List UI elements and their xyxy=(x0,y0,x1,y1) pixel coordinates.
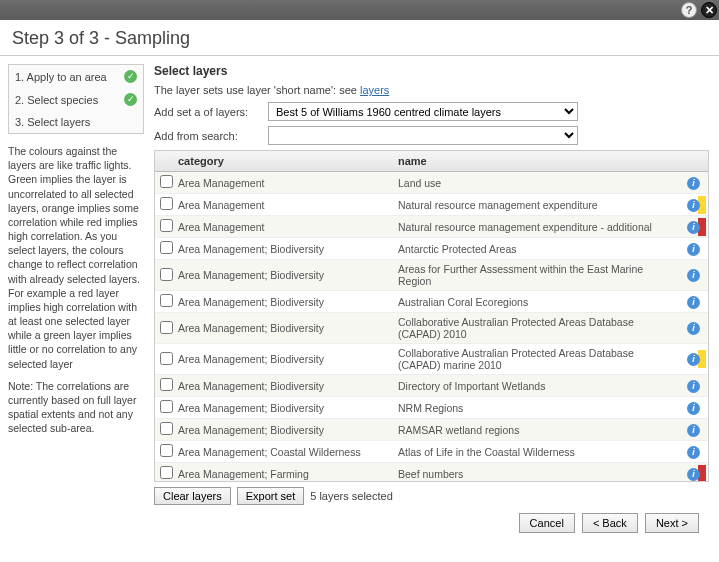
info-icon[interactable]: i xyxy=(687,269,700,282)
intro-line: The layer sets use layer 'short name': s… xyxy=(154,84,709,96)
table-row[interactable]: Area ManagementNatural resource manageme… xyxy=(155,216,708,238)
col-name[interactable]: name xyxy=(393,151,682,172)
step-item-3[interactable]: 3. Select layers xyxy=(9,111,143,133)
selected-count-text: 5 layers selected xyxy=(310,490,393,502)
cell-name: Beef numbers xyxy=(393,463,682,483)
cell-category: Area Management; Biodiversity xyxy=(173,291,393,313)
help-icon[interactable]: ? xyxy=(681,2,697,18)
cell-info: i xyxy=(682,463,698,483)
cell-info: i xyxy=(682,291,698,313)
info-icon[interactable]: i xyxy=(687,468,700,481)
cell-checkbox xyxy=(155,216,173,238)
info-icon[interactable]: i xyxy=(687,243,700,256)
cell-checkbox xyxy=(155,419,173,441)
layer-table-body: Area ManagementLand useiArea ManagementN… xyxy=(155,172,708,483)
info-icon[interactable]: i xyxy=(687,199,700,212)
cell-name: Australian Coral Ecoregions xyxy=(393,291,682,313)
row-checkbox[interactable] xyxy=(160,241,173,254)
close-icon[interactable]: ✕ xyxy=(701,2,717,18)
table-row[interactable]: Area Management; FarmingBeef numbersi xyxy=(155,463,708,483)
cell-category: Area Management xyxy=(173,172,393,194)
cell-category: Area Management; Biodiversity xyxy=(173,313,393,344)
cell-category: Area Management; Biodiversity xyxy=(173,238,393,260)
cell-name: Natural resource management expenditure xyxy=(393,194,682,216)
cell-info: i xyxy=(682,397,698,419)
table-row[interactable]: Area Management; BiodiversityCollaborati… xyxy=(155,344,708,375)
row-checkbox[interactable] xyxy=(160,175,173,188)
table-row[interactable]: Area Management; BiodiversityAreas for F… xyxy=(155,260,708,291)
row-checkbox[interactable] xyxy=(160,400,173,413)
table-row[interactable]: Area Management; BiodiversityNRM Regions… xyxy=(155,397,708,419)
table-row[interactable]: Area Management; BiodiversityRAMSAR wetl… xyxy=(155,419,708,441)
check-icon: ✓ xyxy=(124,93,137,106)
layers-link[interactable]: layers xyxy=(360,84,389,96)
cell-checkbox xyxy=(155,463,173,483)
cell-checkbox xyxy=(155,172,173,194)
next-button[interactable]: Next > xyxy=(645,513,699,533)
row-checkbox[interactable] xyxy=(160,197,173,210)
layer-table: category name Area ManagementLand useiAr… xyxy=(155,151,708,482)
layer-set-label: Add set a of layers: xyxy=(154,106,264,118)
check-icon: ✓ xyxy=(124,70,137,83)
cell-name: Natural resource management expenditure … xyxy=(393,216,682,238)
table-row[interactable]: Area ManagementNatural resource manageme… xyxy=(155,194,708,216)
row-checkbox[interactable] xyxy=(160,352,173,365)
table-row[interactable]: Area Management; Coastal WildernessAtlas… xyxy=(155,441,708,463)
info-icon[interactable]: i xyxy=(687,446,700,459)
cell-category: Area Management; Farming xyxy=(173,463,393,483)
col-checkbox xyxy=(155,151,173,172)
step-item-2[interactable]: 2. Select species✓ xyxy=(9,88,143,111)
cell-info: i xyxy=(682,375,698,397)
table-row[interactable]: Area Management; BiodiversityAustralian … xyxy=(155,291,708,313)
table-row[interactable]: Area ManagementLand usei xyxy=(155,172,708,194)
cell-checkbox xyxy=(155,194,173,216)
table-row[interactable]: Area Management; BiodiversityAntarctic P… xyxy=(155,238,708,260)
search-label: Add from search: xyxy=(154,130,264,142)
info-icon[interactable]: i xyxy=(687,177,700,190)
back-button[interactable]: < Back xyxy=(582,513,638,533)
row-checkbox[interactable] xyxy=(160,378,173,391)
cell-checkbox xyxy=(155,260,173,291)
row-checkbox[interactable] xyxy=(160,444,173,457)
cell-info: i xyxy=(682,344,698,375)
cell-name: Directory of Important Wetlands xyxy=(393,375,682,397)
cell-name: Land use xyxy=(393,172,682,194)
row-checkbox[interactable] xyxy=(160,268,173,281)
cell-category: Area Management; Biodiversity xyxy=(173,375,393,397)
row-checkbox[interactable] xyxy=(160,466,173,479)
cancel-button[interactable]: Cancel xyxy=(519,513,575,533)
col-correlation xyxy=(698,151,708,172)
info-icon[interactable]: i xyxy=(687,380,700,393)
step-item-1[interactable]: 1. Apply to an area✓ xyxy=(9,65,143,88)
col-info xyxy=(682,151,698,172)
export-set-button[interactable]: Export set xyxy=(237,487,305,505)
cell-info: i xyxy=(682,441,698,463)
cell-checkbox xyxy=(155,441,173,463)
cell-checkbox xyxy=(155,375,173,397)
cell-checkbox xyxy=(155,397,173,419)
cell-category: Area Management xyxy=(173,216,393,238)
cell-checkbox xyxy=(155,344,173,375)
row-checkbox[interactable] xyxy=(160,422,173,435)
help-paragraph-1: The colours against the layers are like … xyxy=(8,144,144,371)
col-category[interactable]: category xyxy=(173,151,393,172)
info-icon[interactable]: i xyxy=(687,353,700,366)
step-label: 3. Select layers xyxy=(15,116,90,128)
cell-info: i xyxy=(682,419,698,441)
cell-name: RAMSAR wetland regions xyxy=(393,419,682,441)
info-icon[interactable]: i xyxy=(687,402,700,415)
table-row[interactable]: Area Management; BiodiversityCollaborati… xyxy=(155,313,708,344)
row-checkbox[interactable] xyxy=(160,294,173,307)
cell-checkbox xyxy=(155,291,173,313)
layer-set-select[interactable]: Best 5 of Williams 1960 centred climate … xyxy=(268,102,578,121)
row-checkbox[interactable] xyxy=(160,219,173,232)
layer-table-wrap[interactable]: category name Area ManagementLand useiAr… xyxy=(154,150,709,482)
info-icon[interactable]: i xyxy=(687,424,700,437)
info-icon[interactable]: i xyxy=(687,322,700,335)
clear-layers-button[interactable]: Clear layers xyxy=(154,487,231,505)
info-icon[interactable]: i xyxy=(687,221,700,234)
info-icon[interactable]: i xyxy=(687,296,700,309)
search-select[interactable] xyxy=(268,126,578,145)
table-row[interactable]: Area Management; BiodiversityDirectory o… xyxy=(155,375,708,397)
row-checkbox[interactable] xyxy=(160,321,173,334)
